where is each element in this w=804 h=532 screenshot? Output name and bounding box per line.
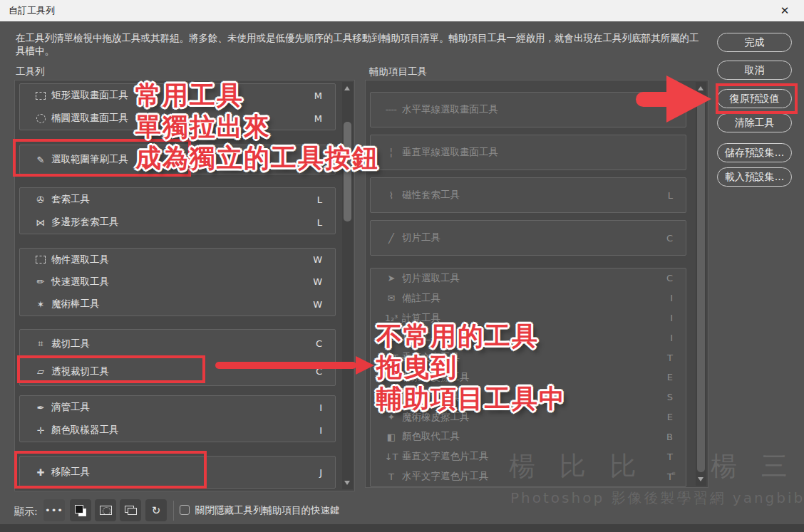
- close-icon[interactable]: ✕: [774, 4, 795, 17]
- tool-shortcut: E: [667, 412, 686, 422]
- object-selection-icon: [30, 256, 51, 264]
- rotate-view-toggle[interactable]: ↻: [145, 499, 167, 521]
- annotation-text-common-tools: 常用工具 單獨拉出來 成為獨立的工具按鈕: [135, 80, 379, 174]
- tool-shortcut: I: [670, 293, 686, 303]
- tool-shortcut: W: [313, 276, 335, 287]
- tool-row[interactable]: ✏快速選取工具W: [20, 271, 335, 293]
- tool-row[interactable]: ╱切片工具C: [371, 221, 686, 255]
- annotation-line: 拖曳到: [376, 352, 566, 383]
- tool-row[interactable]: ✶魔術棒工具W: [20, 293, 335, 315]
- eyedropper-icon: ✒: [30, 402, 51, 413]
- tool-shortcut: J: [319, 467, 335, 478]
- show-label: 顯示:: [14, 506, 38, 518]
- toolbar-column-label: 工具列: [16, 66, 45, 78]
- crop-icon: ⌗: [30, 338, 51, 350]
- tool-shortcut: W: [313, 299, 335, 310]
- tool-group: ✒滴管工具I✛顏色取樣器工具I: [19, 395, 336, 442]
- tool-group: ╎垂直單線選取畫面工具: [370, 135, 686, 170]
- footer-divider: [173, 501, 174, 521]
- tool-label: 裁切工具: [51, 338, 90, 350]
- cancel-button[interactable]: 取消: [717, 61, 792, 80]
- tool-shortcut: C: [316, 338, 335, 349]
- annotation-text-rare-tools: 不常用的工具 拖曳到 輔助項目工具中: [376, 320, 566, 414]
- tool-row[interactable]: ✉備註工具I: [371, 288, 686, 308]
- annotation-line: 常用工具: [135, 80, 379, 111]
- tool-label: 垂直單線選取畫面工具: [402, 146, 498, 159]
- tool-label: 矩形選取畫面工具: [51, 89, 128, 102]
- tool-row[interactable]: 物件選取工具W: [20, 249, 335, 271]
- tool-shortcut: S: [667, 392, 686, 402]
- tool-row[interactable]: ✛顏色取樣器工具I: [20, 419, 335, 442]
- tool-label: 水平文字遮色片工具: [402, 470, 489, 483]
- quick-mask-toggle[interactable]: [95, 499, 116, 521]
- tool-shortcut: I: [670, 313, 686, 323]
- color-sampler-icon: ✛: [30, 425, 51, 436]
- color-replacement-icon: ◧: [381, 432, 402, 442]
- clear-tools-button[interactable]: 清除工具: [717, 113, 792, 132]
- customize-toolbar-dialog: 自訂工具列 ✕ 在工具列清單檢視中拖放工具或其群組。將多餘、未使用或是低優先順序…: [0, 0, 804, 532]
- tool-label: 磁性套索工具: [402, 189, 460, 202]
- tool-label: 顏色取代工具: [402, 430, 460, 443]
- screen-mode-icon: [125, 506, 137, 515]
- annotation-line: 成為獨立的工具按鈕: [135, 142, 379, 174]
- single-row-marquee-icon: ╌╌: [381, 105, 402, 115]
- annotation-arrow-right: [215, 362, 356, 369]
- tool-label: 快速選取工具: [51, 276, 109, 288]
- tool-shortcut: I: [319, 425, 335, 436]
- quick-mask-icon: [100, 506, 112, 515]
- save-preset-button[interactable]: 儲存預設集...: [717, 143, 792, 162]
- ellipse-marquee-icon: [30, 114, 51, 123]
- tool-label: 備註工具: [402, 292, 440, 305]
- quick-selection-icon: ✏: [30, 276, 51, 287]
- annotation-line: 不常用的工具: [376, 320, 566, 352]
- rotate-view-icon: ↻: [152, 504, 161, 517]
- scrollbar-thumb[interactable]: [697, 96, 705, 472]
- tool-group: 物件選取工具W✏快速選取工具W✶魔術棒工具W: [19, 248, 336, 316]
- tool-row[interactable]: ➤切片選取工具C: [371, 268, 686, 288]
- tool-row[interactable]: ◧顏色取代工具B: [371, 427, 686, 447]
- edit-toolbar-toggle[interactable]: •••: [43, 499, 65, 521]
- tool-label: 滴管工具: [51, 401, 90, 414]
- tool-label: 垂直文字遮色片工具: [402, 450, 489, 463]
- tool-label: 魔術棒工具: [51, 298, 100, 311]
- polygonal-lasso-icon: ⋈: [30, 217, 51, 228]
- dialog-bottom-edge: [0, 524, 804, 532]
- rect-marquee-icon: [30, 92, 51, 100]
- annotation-line: 單獨拉出來: [135, 111, 379, 142]
- extras-list: ╌╌水平單線選取畫面工具 ╎垂直單線選取畫面工具 ⌇磁性套索工具L ╱切片工具C…: [365, 80, 708, 488]
- annotation-arrow-restore-defaults: [636, 92, 675, 107]
- tool-shortcut: L: [668, 190, 686, 201]
- tool-label: 橢圓選取畫面工具: [51, 112, 128, 125]
- tool-group: ╱切片工具C: [370, 220, 686, 256]
- tool-shortcut: L: [317, 217, 335, 228]
- load-preset-button[interactable]: 載入預設集...: [717, 167, 792, 187]
- tool-shortcut: C: [666, 233, 686, 244]
- tool-row[interactable]: ⋈多邊形套索工具L: [20, 211, 335, 234]
- extras-scrollbar[interactable]: [696, 82, 706, 486]
- tool-row[interactable]: ✇套索工具L: [20, 188, 335, 211]
- tool-row[interactable]: ╎垂直單線選取畫面工具: [371, 135, 686, 169]
- tool-label: 切片工具: [402, 231, 440, 244]
- magnetic-lasso-icon: ⌇: [381, 190, 402, 201]
- magic-wand-icon: ✶: [30, 299, 51, 310]
- note-icon: ✉: [381, 293, 402, 303]
- extras-column-label: 輔助項目工具: [369, 66, 427, 78]
- watermark-line1: 楊 比 比 ． 楊 三 十 七 度 半: [509, 449, 804, 484]
- tool-label: 切片選取工具: [402, 272, 460, 285]
- title-bar: 自訂工具列 ✕: [0, 0, 804, 21]
- tool-row[interactable]: ⌇磁性套索工具L: [371, 178, 686, 212]
- tool-row[interactable]: ✒滴管工具I: [20, 396, 335, 419]
- annotation-line: 輔助項目工具中: [376, 383, 566, 414]
- annotation-box-perspective-crop: [17, 355, 205, 383]
- foreground-background-colors-toggle[interactable]: [70, 499, 91, 521]
- disable-shortcuts-checkbox[interactable]: [180, 505, 190, 515]
- tool-shortcut: B: [666, 432, 686, 442]
- screen-mode-toggle[interactable]: [120, 499, 141, 521]
- done-button[interactable]: 完成: [717, 33, 792, 52]
- tool-row[interactable]: ⌗裁切工具C: [20, 330, 335, 358]
- tool-shortcut: T: [667, 353, 686, 363]
- tool-shortcut: W: [313, 254, 335, 265]
- tool-shortcut: C: [666, 273, 686, 283]
- scroll-down-icon[interactable]: [344, 481, 350, 485]
- lasso-icon: ✇: [30, 194, 51, 205]
